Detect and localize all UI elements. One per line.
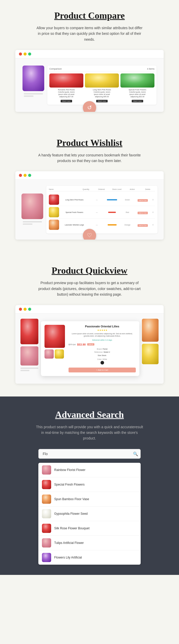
qv-reference: Model 2 bbox=[104, 351, 110, 353]
compare-item-3-btn[interactable]: Watch more bbox=[132, 100, 143, 102]
compare-items-row: ✕ Romantic Red RosesColorful quote, lore… bbox=[49, 73, 154, 102]
search-submit-button[interactable]: 🔍 bbox=[133, 451, 138, 456]
qv-brand: Florist bbox=[103, 348, 107, 350]
wishlist-row-1: Long Stem Pink Roses — Green Add to Cart… bbox=[49, 194, 155, 206]
dot-yellow-q bbox=[24, 308, 27, 311]
search-icon: 🔍 bbox=[133, 452, 138, 456]
search-title: Advanced Search bbox=[15, 409, 164, 420]
compare-item-1-btn[interactable]: Watch more bbox=[61, 100, 72, 102]
wr1-delete[interactable]: ✕ bbox=[151, 198, 155, 201]
wr2-btn[interactable]: Add to Cart bbox=[136, 210, 150, 214]
line-2 bbox=[24, 95, 33, 97]
dot-red-w bbox=[19, 174, 22, 177]
qv-new-price: $53.90 bbox=[77, 343, 86, 346]
wt-col-stock: Stock Level bbox=[110, 188, 124, 190]
compare-item-3-img bbox=[120, 73, 154, 88]
wt-col-delete: Delete bbox=[141, 188, 155, 190]
sr3-name: Spun Bamboo Floor Vase bbox=[54, 497, 89, 501]
quickview-content-row: Passionate Oriental Lilies ★★★★★ Lorem i… bbox=[19, 318, 160, 380]
wishlist-titlebar bbox=[15, 171, 164, 180]
qv-color-swatch[interactable] bbox=[100, 361, 104, 364]
search-result-1[interactable]: Rainbow Florist Flower bbox=[38, 463, 141, 477]
search-result-4[interactable]: Gypsophila Flower Seed bbox=[38, 507, 141, 521]
sr3-img bbox=[42, 495, 51, 504]
wr3-qty: — bbox=[90, 224, 104, 226]
qv-add-to-cart-btn[interactable]: + Add to Cart bbox=[69, 368, 136, 372]
qv-delivery: Delivered within 3-4 days bbox=[69, 339, 136, 341]
qv-main-image bbox=[44, 325, 65, 348]
qv-stars: ★★★★★ bbox=[69, 329, 136, 331]
sr5-name: Silk Rose Flower Bouquet bbox=[54, 527, 90, 530]
sr4-name: Gypsophila Flower Seed bbox=[54, 512, 88, 516]
ql-line-1 bbox=[20, 368, 38, 369]
search-input[interactable] bbox=[38, 449, 141, 459]
compare-mockup-inner: Comparison 4 items ✕ Romantic Red RosesC… bbox=[15, 58, 164, 112]
wr1-btn[interactable]: Add to Cart bbox=[136, 197, 150, 202]
sr2-img bbox=[42, 480, 51, 489]
compare-main-lines bbox=[24, 93, 43, 98]
wr3-ordered bbox=[105, 224, 119, 226]
sr6-name: Tulips Artificial Flower bbox=[54, 541, 84, 545]
compare-item-1-text: Romantic Red RosesColorful quote, loremi… bbox=[49, 89, 83, 98]
qv-thumbnails bbox=[44, 349, 65, 359]
ql-line-2 bbox=[20, 370, 29, 371]
qv-right-flower-2 bbox=[142, 344, 159, 364]
dot-green-q bbox=[28, 308, 31, 311]
search-result-3[interactable]: Spun Bamboo Floor Vase bbox=[38, 492, 141, 507]
compare-item-2-btn[interactable]: Watch more bbox=[96, 100, 107, 102]
wr2-name: Special Fresh Flowers bbox=[60, 211, 89, 213]
wr2-img bbox=[49, 207, 59, 217]
qv-size: Size Stock: bbox=[98, 355, 107, 356]
wr3-name: Lavender Wishlist Large bbox=[60, 224, 89, 226]
compare-item-3-text: Special Fresh FlowersColorful quote, lor… bbox=[120, 89, 154, 98]
search-result-2[interactable]: Special Fresh Flowers bbox=[38, 477, 141, 492]
search-result-5[interactable]: Silk Rose Flower Bouquet bbox=[38, 521, 141, 536]
compare-item-3: ✕ Special Fresh FlowersColorful quote, l… bbox=[120, 73, 154, 102]
sr6-img bbox=[42, 538, 51, 548]
wishlist-mockup: Name Quantity Ordered Stock Level Action… bbox=[15, 180, 164, 240]
wr1-stock: Green bbox=[120, 199, 135, 201]
qv-left-flower-1 bbox=[20, 319, 38, 344]
wt-col-ordered: Ordered bbox=[94, 188, 108, 190]
wishlist-row-2: Special Fresh Flowers — Red Add to Cart … bbox=[49, 206, 155, 219]
sr7-name: Flowers Lily Artificial bbox=[54, 556, 82, 559]
dot-green-w bbox=[28, 174, 31, 177]
compare-header-count: 4 items bbox=[147, 68, 154, 70]
quickview-window: Passionate Oriental Lilies ★★★★★ Lorem i… bbox=[15, 305, 164, 384]
wl-line-2 bbox=[23, 223, 32, 225]
dot-yellow bbox=[24, 52, 27, 56]
compare-products-list: Comparison 4 items ✕ Romantic Red RosesC… bbox=[47, 66, 156, 104]
compare-header-label: Comparison bbox=[49, 68, 62, 70]
qv-price-row: $77.14 $53.90 SALE bbox=[69, 343, 136, 346]
wr2-delete[interactable]: ✕ bbox=[151, 211, 155, 214]
wr3-img bbox=[49, 220, 59, 230]
qv-thumb-1[interactable] bbox=[44, 349, 54, 359]
qv-thumb-2[interactable] bbox=[55, 349, 64, 359]
qv-left-flower-2 bbox=[20, 346, 38, 366]
qv-left-flowers bbox=[20, 319, 38, 372]
compare-products-wrap: Comparison 4 items ✕ Romantic Red RosesC… bbox=[47, 66, 156, 104]
wr1-qty: — bbox=[90, 199, 104, 201]
compare-item-2: ✓ Long Stem Pink RosesColorful quote, lo… bbox=[85, 73, 119, 102]
compare-main-flower-img bbox=[23, 66, 44, 91]
wishlist-table-header: Name Quantity Ordered Stock Level Action… bbox=[49, 188, 155, 191]
dot-red-q bbox=[19, 308, 22, 311]
sr1-name: Rainbow Florist Flower bbox=[54, 468, 85, 472]
wr3-btn[interactable]: Add to Cart bbox=[136, 222, 150, 227]
line-1 bbox=[24, 93, 43, 94]
compare-main-product bbox=[23, 66, 44, 98]
dot-yellow-w bbox=[24, 174, 27, 177]
wr3-delete[interactable]: ✕ bbox=[151, 223, 155, 226]
qv-sale-badge: SALE bbox=[87, 343, 94, 346]
quickview-title: Product Quickview bbox=[15, 265, 164, 276]
sr7-img bbox=[42, 553, 51, 562]
search-result-7[interactable]: Flowers Lily Artificial bbox=[38, 550, 141, 565]
search-result-6[interactable]: Tulips Artificial Flower bbox=[38, 536, 141, 550]
wr2-qty: — bbox=[90, 211, 104, 213]
compare-titlebar bbox=[15, 50, 164, 58]
wr1-ordered bbox=[105, 199, 119, 200]
qv-old-price: $77.14 bbox=[69, 343, 76, 346]
qv-product-title: Passionate Oriental Lilies bbox=[69, 325, 136, 328]
wr1-name: Long Stem Pink Roses bbox=[60, 199, 89, 201]
compare-item-2-img bbox=[85, 73, 119, 88]
